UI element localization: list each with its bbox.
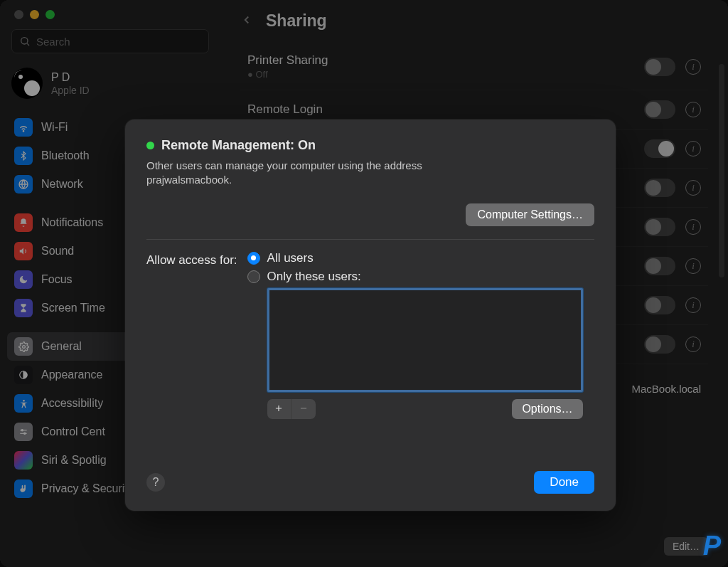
computer-settings-button[interactable]: Computer Settings… xyxy=(466,203,594,226)
chevron-left-icon xyxy=(240,14,253,26)
svg-point-0 xyxy=(21,38,28,44)
bell-icon xyxy=(14,213,33,232)
scrollbar[interactable] xyxy=(719,64,724,277)
toggle[interactable] xyxy=(644,139,675,158)
window-minimize-button[interactable] xyxy=(30,10,39,19)
svg-point-2 xyxy=(23,131,23,132)
info-icon[interactable]: i xyxy=(685,180,701,196)
plus-icon xyxy=(274,403,284,413)
window-traffic-lights xyxy=(0,10,220,29)
add-remove-group xyxy=(267,399,316,419)
sidebar-item-label: Bluetooth xyxy=(41,149,90,162)
modal-title: Remote Management: On xyxy=(161,138,316,153)
window-close-button[interactable] xyxy=(14,10,23,19)
sliders-icon xyxy=(14,423,33,441)
sidebar-item-label: Siri & Spotlig xyxy=(41,454,107,467)
remote-management-dialog: Remote Management: On Other users can ma… xyxy=(125,120,616,511)
accessibility-icon xyxy=(14,394,33,413)
row-sub: ● Off xyxy=(247,69,328,80)
search-icon xyxy=(19,36,31,47)
sidebar-item-label: Control Cent xyxy=(41,425,105,438)
sharing-row-printer[interactable]: Printer Sharing ● Off i xyxy=(240,43,708,90)
speaker-icon xyxy=(14,242,33,260)
add-user-button[interactable] xyxy=(267,399,291,419)
watermark: P xyxy=(703,531,721,561)
bluetooth-icon xyxy=(14,147,33,165)
moon-icon xyxy=(14,270,33,289)
sidebar-item-label: Network xyxy=(41,178,83,191)
apple-id-account[interactable]: P D Apple ID xyxy=(0,63,220,113)
toggle[interactable] xyxy=(644,58,675,76)
appearance-icon xyxy=(14,366,33,384)
info-icon[interactable]: i xyxy=(685,337,701,352)
sidebar-item-label: Appearance xyxy=(41,369,102,381)
info-icon[interactable]: i xyxy=(685,219,701,235)
info-icon[interactable]: i xyxy=(685,59,701,75)
back-button[interactable] xyxy=(240,14,253,29)
radio-icon xyxy=(247,270,260,283)
toggle[interactable] xyxy=(644,218,675,236)
remove-user-button[interactable] xyxy=(291,399,316,419)
row-label: Printer Sharing xyxy=(247,53,328,68)
avatar xyxy=(11,68,43,99)
svg-point-4 xyxy=(22,345,25,348)
sidebar-item-label: Screen Time xyxy=(41,302,105,314)
toggle[interactable] xyxy=(644,296,675,314)
search-field[interactable] xyxy=(11,29,209,53)
siri-icon xyxy=(14,451,33,470)
wifi-icon xyxy=(14,118,33,137)
window-maximize-button[interactable] xyxy=(46,10,55,19)
account-name: P D xyxy=(51,70,90,84)
account-sub: Apple ID xyxy=(51,85,90,96)
divider xyxy=(146,239,594,240)
done-button[interactable]: Done xyxy=(534,471,594,494)
info-icon[interactable]: i xyxy=(685,297,701,313)
info-icon[interactable]: i xyxy=(685,102,701,117)
edit-hostname-button[interactable]: Edit… xyxy=(664,537,708,556)
svg-point-9 xyxy=(21,430,23,431)
sidebar-item-label: Accessibility xyxy=(41,397,103,410)
toggle[interactable] xyxy=(644,100,675,119)
host-address: MacBook.local xyxy=(624,383,708,395)
help-button[interactable]: ? xyxy=(146,473,165,492)
sidebar-item-label: Wi-Fi xyxy=(41,121,68,134)
row-label: Remote Login xyxy=(247,102,323,117)
svg-point-10 xyxy=(24,433,26,434)
sidebar-item-label: General xyxy=(41,340,82,353)
options-button[interactable]: Options… xyxy=(512,399,582,419)
status-indicator-icon xyxy=(146,142,154,149)
svg-point-6 xyxy=(23,399,25,401)
allow-access-label: Allow access for: xyxy=(146,251,237,419)
radio-icon xyxy=(247,252,260,265)
toggle[interactable] xyxy=(644,335,675,354)
toggle[interactable] xyxy=(644,257,675,275)
sidebar-item-label: Focus xyxy=(41,273,73,286)
gear-icon xyxy=(14,337,33,356)
sidebar-item-label: Sound xyxy=(41,245,74,258)
search-input[interactable] xyxy=(36,36,201,48)
radio-label: All users xyxy=(267,251,314,265)
hand-icon xyxy=(14,479,33,498)
modal-description: Other users can manage your computer usi… xyxy=(146,159,488,188)
page-header: Sharing xyxy=(220,0,728,43)
allowed-users-list[interactable] xyxy=(267,288,583,392)
page-title: Sharing xyxy=(266,11,327,31)
sidebar-item-label: Privacy & Security xyxy=(41,482,134,495)
minus-icon xyxy=(299,403,309,413)
info-icon[interactable]: i xyxy=(685,258,701,274)
toggle[interactable] xyxy=(644,179,675,197)
svg-line-1 xyxy=(27,43,29,46)
radio-all-users[interactable]: All users xyxy=(247,251,594,265)
radio-label: Only these users: xyxy=(267,270,361,284)
radio-only-these-users[interactable]: Only these users: xyxy=(247,270,594,284)
info-icon[interactable]: i xyxy=(685,141,701,157)
sidebar-item-label: Notifications xyxy=(41,216,103,229)
hourglass-icon xyxy=(14,299,33,317)
network-icon xyxy=(14,175,33,194)
